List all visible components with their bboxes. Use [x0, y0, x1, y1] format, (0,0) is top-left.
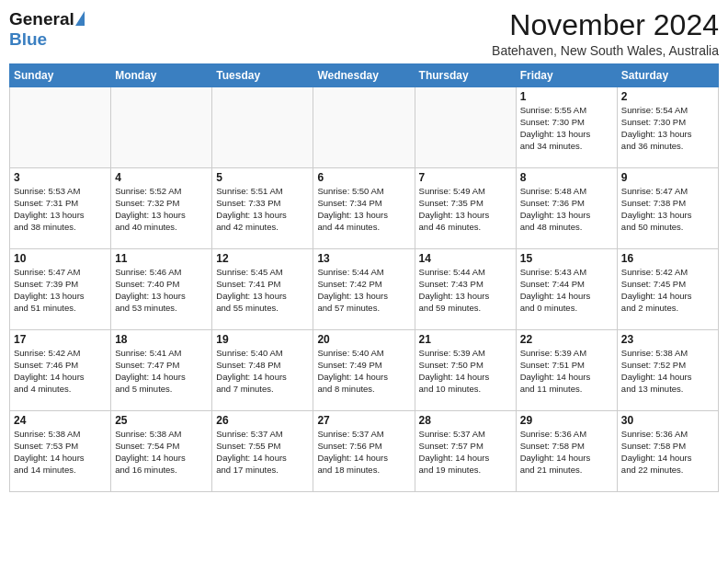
- day-number: 6: [317, 171, 410, 184]
- day-number: 5: [216, 171, 309, 184]
- month-title: November 2024: [492, 9, 719, 41]
- weekday-header-wednesday: Wednesday: [313, 64, 415, 87]
- day-number: 28: [419, 414, 512, 427]
- day-info: Sunrise: 5:44 AM Sunset: 7:42 PM Dayligh…: [317, 267, 410, 314]
- day-info: Sunrise: 5:44 AM Sunset: 7:43 PM Dayligh…: [419, 267, 512, 314]
- day-info: Sunrise: 5:54 AM Sunset: 7:30 PM Dayligh…: [621, 105, 714, 152]
- day-cell: 23Sunrise: 5:38 AM Sunset: 7:52 PM Dayli…: [617, 330, 718, 411]
- week-row-2: 3Sunrise: 5:53 AM Sunset: 7:31 PM Daylig…: [10, 168, 719, 249]
- day-cell: 8Sunrise: 5:48 AM Sunset: 7:36 PM Daylig…: [516, 168, 617, 249]
- day-cell: [313, 87, 415, 168]
- day-cell: 18Sunrise: 5:41 AM Sunset: 7:47 PM Dayli…: [111, 330, 212, 411]
- day-info: Sunrise: 5:43 AM Sunset: 7:44 PM Dayligh…: [520, 267, 613, 314]
- day-cell: 27Sunrise: 5:37 AM Sunset: 7:56 PM Dayli…: [313, 411, 415, 492]
- day-number: 9: [621, 171, 714, 184]
- logo-blue: Blue: [9, 29, 47, 49]
- day-info: Sunrise: 5:52 AM Sunset: 7:32 PM Dayligh…: [115, 186, 208, 233]
- day-info: Sunrise: 5:42 AM Sunset: 7:46 PM Dayligh…: [14, 348, 107, 395]
- day-number: 4: [115, 171, 208, 184]
- day-number: 29: [520, 414, 613, 427]
- day-info: Sunrise: 5:46 AM Sunset: 7:40 PM Dayligh…: [115, 267, 208, 314]
- week-row-5: 24Sunrise: 5:38 AM Sunset: 7:53 PM Dayli…: [10, 411, 719, 492]
- weekday-header-thursday: Thursday: [415, 64, 516, 87]
- day-number: 14: [419, 252, 512, 265]
- day-cell: 19Sunrise: 5:40 AM Sunset: 7:48 PM Dayli…: [212, 330, 313, 411]
- day-number: 7: [419, 171, 512, 184]
- day-info: Sunrise: 5:50 AM Sunset: 7:34 PM Dayligh…: [317, 186, 410, 233]
- weekday-header-row: SundayMondayTuesdayWednesdayThursdayFrid…: [10, 64, 719, 87]
- day-cell: 2Sunrise: 5:54 AM Sunset: 7:30 PM Daylig…: [617, 87, 718, 168]
- day-cell: 13Sunrise: 5:44 AM Sunset: 7:42 PM Dayli…: [313, 249, 415, 330]
- day-number: 12: [216, 252, 309, 265]
- day-cell: 20Sunrise: 5:40 AM Sunset: 7:49 PM Dayli…: [313, 330, 415, 411]
- week-row-4: 17Sunrise: 5:42 AM Sunset: 7:46 PM Dayli…: [10, 330, 719, 411]
- calendar-table: SundayMondayTuesdayWednesdayThursdayFrid…: [9, 63, 719, 492]
- day-cell: 21Sunrise: 5:39 AM Sunset: 7:50 PM Dayli…: [415, 330, 516, 411]
- day-number: 15: [520, 252, 613, 265]
- location-title: Batehaven, New South Wales, Australia: [492, 43, 719, 58]
- day-info: Sunrise: 5:39 AM Sunset: 7:50 PM Dayligh…: [419, 348, 512, 395]
- day-info: Sunrise: 5:51 AM Sunset: 7:33 PM Dayligh…: [216, 186, 309, 233]
- day-cell: 14Sunrise: 5:44 AM Sunset: 7:43 PM Dayli…: [415, 249, 516, 330]
- day-number: 30: [621, 414, 714, 427]
- day-info: Sunrise: 5:53 AM Sunset: 7:31 PM Dayligh…: [14, 186, 107, 233]
- day-number: 16: [621, 252, 714, 265]
- weekday-header-friday: Friday: [516, 64, 617, 87]
- day-cell: [10, 87, 111, 168]
- day-info: Sunrise: 5:55 AM Sunset: 7:30 PM Dayligh…: [520, 105, 613, 152]
- day-cell: 24Sunrise: 5:38 AM Sunset: 7:53 PM Dayli…: [10, 411, 111, 492]
- day-info: Sunrise: 5:47 AM Sunset: 7:39 PM Dayligh…: [14, 267, 107, 314]
- day-cell: 9Sunrise: 5:47 AM Sunset: 7:38 PM Daylig…: [617, 168, 718, 249]
- day-number: 24: [14, 414, 107, 427]
- day-info: Sunrise: 5:38 AM Sunset: 7:54 PM Dayligh…: [115, 429, 208, 476]
- day-cell: 7Sunrise: 5:49 AM Sunset: 7:35 PM Daylig…: [415, 168, 516, 249]
- day-cell: 1Sunrise: 5:55 AM Sunset: 7:30 PM Daylig…: [516, 87, 617, 168]
- day-cell: 15Sunrise: 5:43 AM Sunset: 7:44 PM Dayli…: [516, 249, 617, 330]
- page-header: General Blue November 2024 Batehaven, Ne…: [9, 9, 719, 58]
- day-info: Sunrise: 5:38 AM Sunset: 7:52 PM Dayligh…: [621, 348, 714, 395]
- day-number: 21: [419, 333, 512, 346]
- day-info: Sunrise: 5:36 AM Sunset: 7:58 PM Dayligh…: [621, 429, 714, 476]
- day-cell: [415, 87, 516, 168]
- day-info: Sunrise: 5:37 AM Sunset: 7:55 PM Dayligh…: [216, 429, 309, 476]
- day-cell: [212, 87, 313, 168]
- day-cell: 12Sunrise: 5:45 AM Sunset: 7:41 PM Dayli…: [212, 249, 313, 330]
- day-number: 25: [115, 414, 208, 427]
- day-cell: 11Sunrise: 5:46 AM Sunset: 7:40 PM Dayli…: [111, 249, 212, 330]
- weekday-header-sunday: Sunday: [10, 64, 111, 87]
- day-info: Sunrise: 5:40 AM Sunset: 7:48 PM Dayligh…: [216, 348, 309, 395]
- day-cell: 25Sunrise: 5:38 AM Sunset: 7:54 PM Dayli…: [111, 411, 212, 492]
- day-number: 2: [621, 90, 714, 103]
- day-info: Sunrise: 5:40 AM Sunset: 7:49 PM Dayligh…: [317, 348, 410, 395]
- day-cell: 28Sunrise: 5:37 AM Sunset: 7:57 PM Dayli…: [415, 411, 516, 492]
- day-number: 27: [317, 414, 410, 427]
- day-info: Sunrise: 5:39 AM Sunset: 7:51 PM Dayligh…: [520, 348, 613, 395]
- logo-line2: Blue: [9, 29, 85, 50]
- day-cell: 26Sunrise: 5:37 AM Sunset: 7:55 PM Dayli…: [212, 411, 313, 492]
- day-number: 13: [317, 252, 410, 265]
- day-number: 18: [115, 333, 208, 346]
- day-number: 3: [14, 171, 107, 184]
- day-info: Sunrise: 5:37 AM Sunset: 7:56 PM Dayligh…: [317, 429, 410, 476]
- day-cell: 3Sunrise: 5:53 AM Sunset: 7:31 PM Daylig…: [10, 168, 111, 249]
- day-number: 1: [520, 90, 613, 103]
- day-number: 23: [621, 333, 714, 346]
- day-info: Sunrise: 5:45 AM Sunset: 7:41 PM Dayligh…: [216, 267, 309, 314]
- week-row-3: 10Sunrise: 5:47 AM Sunset: 7:39 PM Dayli…: [10, 249, 719, 330]
- logo-line1: General: [9, 9, 85, 29]
- day-info: Sunrise: 5:37 AM Sunset: 7:57 PM Dayligh…: [419, 429, 512, 476]
- day-number: 8: [520, 171, 613, 184]
- weekday-header-monday: Monday: [111, 64, 212, 87]
- day-cell: 30Sunrise: 5:36 AM Sunset: 7:58 PM Dayli…: [617, 411, 718, 492]
- day-cell: 16Sunrise: 5:42 AM Sunset: 7:45 PM Dayli…: [617, 249, 718, 330]
- day-cell: 10Sunrise: 5:47 AM Sunset: 7:39 PM Dayli…: [10, 249, 111, 330]
- day-number: 26: [216, 414, 309, 427]
- day-number: 22: [520, 333, 613, 346]
- weekday-header-saturday: Saturday: [617, 64, 718, 87]
- weekday-header-tuesday: Tuesday: [212, 64, 313, 87]
- day-number: 17: [14, 333, 107, 346]
- day-number: 19: [216, 333, 309, 346]
- logo-triangle-icon: [75, 11, 85, 26]
- day-cell: 5Sunrise: 5:51 AM Sunset: 7:33 PM Daylig…: [212, 168, 313, 249]
- day-number: 20: [317, 333, 410, 346]
